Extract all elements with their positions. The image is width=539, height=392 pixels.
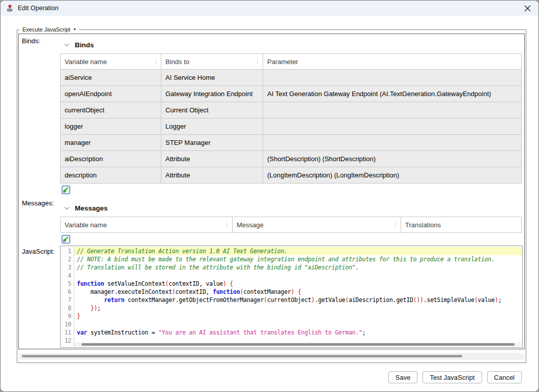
cancel-button[interactable]: Cancel <box>487 371 522 383</box>
column-menu-icon[interactable]: ⋮ <box>254 58 261 65</box>
table-cell[interactable]: (LongItemDescription) (LongItemDescripti… <box>263 167 522 184</box>
panel-horizontal-scrollbar[interactable] <box>19 353 524 360</box>
binds-section-header[interactable]: Binds <box>64 39 523 50</box>
code-line[interactable] <box>74 320 522 328</box>
javascript-label: JavaScript: <box>22 248 54 255</box>
table-header-row: Variable name⋮Binds to⋮Parameter <box>61 54 522 70</box>
save-button[interactable]: Save <box>388 371 418 383</box>
table-cell[interactable]: AI Service Home <box>161 70 263 86</box>
edit-operation-dialog: Edit Operation Execute JavaScript ▼ Bind… <box>0 0 539 392</box>
line-number: 10 <box>61 320 74 328</box>
code-line[interactable]: function setValueInContext(contextID, va… <box>74 280 522 288</box>
code-line[interactable]: manager.executeInContext(contextID, func… <box>74 288 522 296</box>
messages-label: Messages: <box>22 199 54 207</box>
column-header[interactable]: Variable name⋮ <box>61 217 233 233</box>
line-number: 3 <box>61 263 74 272</box>
app-icon <box>6 4 14 12</box>
messages-section-title: Messages <box>75 204 108 212</box>
table-cell[interactable]: aiDescription <box>61 151 161 167</box>
code-line[interactable]: var systemInstruction = "You are an AI a… <box>74 328 522 337</box>
table-cell[interactable]: aiService <box>61 70 161 86</box>
titlebar: Edit Operation <box>1 1 538 16</box>
line-number: 4 <box>61 272 74 280</box>
javascript-code-editor[interactable]: 123456789101112 // Generate Translation … <box>60 246 523 348</box>
messages-section-header[interactable]: Messages <box>64 202 523 214</box>
table-cell[interactable]: currentObject <box>61 102 161 118</box>
table-row[interactable]: openAIEndpointGateway Integration Endpoi… <box>61 86 522 102</box>
line-number: 5 <box>61 280 74 288</box>
line-number: 7 <box>61 296 74 304</box>
table-row[interactable]: aiServiceAI Service Home <box>61 70 522 86</box>
table-row[interactable]: managerSTEP Manager <box>61 135 522 151</box>
line-number: 11 <box>61 328 74 337</box>
table-cell[interactable]: Current Object <box>161 102 263 118</box>
code-line[interactable]: // Generate Translation Action version 1… <box>74 247 522 255</box>
column-header[interactable]: Message⋮ <box>233 217 401 233</box>
table-row[interactable]: aiDescriptionAttribute(ShortDescription)… <box>61 151 522 167</box>
line-number: 8 <box>61 304 74 312</box>
execute-javascript-groupbox: Execute JavaScript ▼ Binds: Binds Variab… <box>17 29 526 363</box>
table-cell[interactable]: description <box>61 167 161 184</box>
table-cell[interactable] <box>263 70 522 86</box>
binds-field: Binds Variable name⋮Binds to⋮Parameterai… <box>60 38 523 196</box>
table-cell[interactable]: Gateway Integration Endpoint <box>161 86 263 102</box>
table-cell[interactable] <box>263 102 522 118</box>
column-header[interactable]: Translations <box>401 217 522 233</box>
code-line[interactable]: // NOTE: A bind must be made to the rele… <box>74 255 522 263</box>
binds-table: Variable name⋮Binds to⋮ParameteraiServic… <box>60 53 522 184</box>
messages-table: Variable name⋮Message⋮Translations <box>60 217 522 233</box>
code-line[interactable]: // Translation will be stored in the att… <box>74 263 522 272</box>
column-header[interactable]: Parameter <box>263 54 522 70</box>
table-cell[interactable]: (ShortDescription) (ShortDescription) <box>263 151 522 167</box>
column-menu-icon[interactable]: ⋮ <box>224 221 230 228</box>
line-number: 12 <box>61 337 74 345</box>
table-cell[interactable]: AI Text Generation Gateway Endpoint (AI.… <box>263 86 522 102</box>
code-line[interactable] <box>74 272 522 280</box>
editor-line-numbers: 123456789101112 <box>61 246 74 347</box>
table-cell[interactable]: Attribute <box>161 167 263 184</box>
editor-code-area[interactable]: // Generate Translation Action version 1… <box>74 246 522 347</box>
line-number: 2 <box>61 255 74 263</box>
table-cell[interactable] <box>263 118 522 135</box>
column-header[interactable]: Variable name⋮ <box>61 54 161 70</box>
dialog-footer: Save Test JavaScript Cancel <box>388 371 522 383</box>
line-number: 6 <box>61 288 74 296</box>
scrollbar-thumb[interactable] <box>81 343 515 346</box>
binds-label: Binds: <box>22 37 40 45</box>
table-cell[interactable]: STEP Manager <box>161 135 263 151</box>
column-menu-icon[interactable]: ⋮ <box>392 221 399 228</box>
table-row[interactable]: descriptionAttribute(LongItemDescription… <box>61 167 522 184</box>
table-cell[interactable] <box>263 135 522 151</box>
export-table-icon[interactable] <box>62 235 70 244</box>
table-cell[interactable]: Attribute <box>161 151 263 167</box>
editor-horizontal-scrollbar[interactable] <box>74 342 522 347</box>
export-table-icon[interactable] <box>62 186 70 194</box>
close-icon[interactable] <box>516 1 538 16</box>
table-cell[interactable]: logger <box>61 118 161 135</box>
table-cell[interactable]: openAIEndpoint <box>61 86 161 102</box>
column-header[interactable]: Binds to⋮ <box>161 54 263 70</box>
code-line[interactable]: } <box>74 312 522 320</box>
table-row[interactable]: loggerLogger <box>61 118 522 135</box>
column-menu-icon[interactable]: ⋮ <box>153 58 159 65</box>
code-line[interactable]: return contextManager.getObjectFromOther… <box>74 296 522 304</box>
chevron-down-icon[interactable] <box>64 43 70 47</box>
line-number: 9 <box>61 312 74 320</box>
table-cell[interactable]: Logger <box>161 118 263 135</box>
operation-type-label: Execute JavaScript <box>22 26 70 33</box>
code-line[interactable]: }); <box>74 304 522 312</box>
table-cell[interactable]: manager <box>61 135 161 151</box>
line-number: 1 <box>61 247 74 255</box>
window-title: Edit Operation <box>18 5 59 12</box>
operation-type-selector[interactable]: Execute JavaScript ▼ <box>20 26 79 33</box>
scrollbar-thumb[interactable] <box>22 355 462 357</box>
javascript-field: 123456789101112 // Generate Translation … <box>60 246 523 348</box>
chevron-down-icon: ▼ <box>73 26 76 33</box>
chevron-down-icon[interactable] <box>64 206 70 210</box>
table-row[interactable]: currentObjectCurrent Object <box>61 102 522 118</box>
binds-section-title: Binds <box>75 41 94 49</box>
test-javascript-button[interactable]: Test JavaScript <box>422 371 481 383</box>
table-header-row: Variable name⋮Message⋮Translations <box>61 217 522 233</box>
operation-panel: Binds: Binds Variable name⋮Binds to⋮Para… <box>18 34 525 349</box>
messages-field: Messages Variable name⋮Message⋮Translati… <box>60 201 523 246</box>
